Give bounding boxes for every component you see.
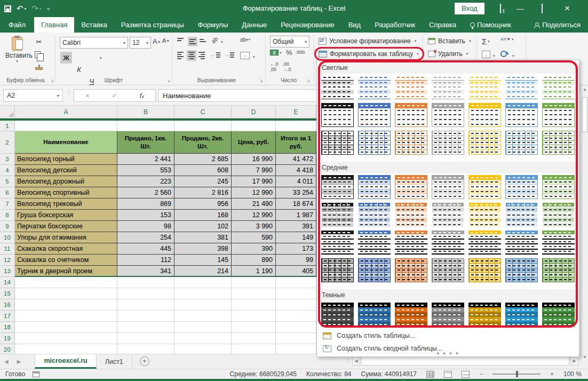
conditional-formatting-button[interactable]: Условное форматирование▾: [319, 37, 416, 45]
table-style-thumbnail[interactable]: [358, 75, 391, 99]
row-header-5[interactable]: 5: [0, 176, 15, 187]
table-style-thumbnail[interactable]: [321, 203, 354, 227]
table-style-thumbnail[interactable]: [395, 231, 427, 255]
table-style-thumbnail[interactable]: [395, 131, 427, 155]
table-style-thumbnail[interactable]: [505, 131, 538, 155]
cell-D1[interactable]: [232, 121, 276, 131]
cell-A12[interactable]: Скакалка со счетчиком: [15, 255, 117, 266]
row-header-17[interactable]: 17: [0, 311, 15, 322]
column-header-C[interactable]: C: [174, 106, 232, 118]
cell-C12[interactable]: 145: [174, 255, 232, 266]
create-table-style-item[interactable]: Создать стиль таблицы...: [317, 329, 578, 342]
cell-B9[interactable]: 98: [117, 221, 174, 232]
alignment-dialog-launcher-icon[interactable]: ↘: [259, 78, 264, 83]
cell-C10[interactable]: 381: [174, 232, 232, 243]
zoom-slider-thumb[interactable]: [516, 371, 518, 377]
table-style-thumbnail[interactable]: [358, 258, 391, 282]
cell-D5[interactable]: 17 990: [232, 176, 276, 187]
cell-E16[interactable]: [276, 299, 316, 311]
cell-E6[interactable]: 33 254: [276, 187, 316, 199]
normal-view-icon[interactable]: [426, 371, 434, 378]
table-style-thumbnail[interactable]: [542, 303, 575, 327]
cell-E11[interactable]: 173: [276, 243, 316, 255]
bold-button[interactable]: Ж: [60, 52, 72, 64]
cell-C18[interactable]: [174, 322, 232, 333]
table-style-thumbnail[interactable]: [505, 203, 538, 227]
align-center-icon[interactable]: [187, 50, 196, 61]
cell-A18[interactable]: [15, 322, 117, 333]
align-middle-icon[interactable]: [188, 37, 197, 46]
row-header-8[interactable]: 8: [0, 210, 15, 221]
cell-E13[interactable]: 405: [276, 266, 316, 277]
align-right-icon[interactable]: [198, 52, 205, 59]
merge-center-icon[interactable]: ⇔: [240, 52, 250, 59]
table-style-thumbnail[interactable]: [321, 175, 354, 199]
table-style-thumbnail[interactable]: [542, 131, 575, 155]
table-style-thumbnail[interactable]: [395, 75, 427, 99]
cell-E3[interactable]: 41 472: [276, 154, 316, 165]
fill-dropdown-icon[interactable]: ▾: [493, 54, 495, 58]
macro-record-icon[interactable]: [33, 371, 39, 377]
cell-A3[interactable]: Велосипед горный: [15, 154, 117, 165]
cell-C15[interactable]: [174, 288, 232, 299]
cell-A15[interactable]: [15, 288, 117, 299]
align-top-icon[interactable]: [177, 38, 184, 41]
cell-B13[interactable]: 341: [117, 266, 174, 277]
table-style-thumbnail[interactable]: [395, 258, 427, 282]
cell-D20[interactable]: [232, 344, 276, 354]
font-dialog-launcher-icon[interactable]: ↘: [166, 78, 171, 83]
tab-scroll-splitter[interactable]: ⋮: [346, 360, 351, 362]
cell-B12[interactable]: 112: [117, 255, 174, 266]
cell-D19[interactable]: [232, 333, 276, 344]
zoom-slider[interactable]: [492, 374, 541, 375]
row-header-2[interactable]: 2: [0, 131, 15, 154]
table-style-thumbnail[interactable]: [321, 258, 354, 282]
page-break-view-icon[interactable]: [462, 371, 470, 378]
cell-D8[interactable]: 12 990: [232, 210, 276, 221]
table-style-thumbnail[interactable]: [432, 103, 464, 127]
cell-A13[interactable]: Турник в дверной проем: [15, 266, 117, 277]
table-style-thumbnail[interactable]: [468, 175, 501, 199]
table-style-thumbnail[interactable]: [395, 175, 427, 199]
clipboard-dialog-launcher-icon[interactable]: ↘: [50, 78, 54, 83]
sheet-tab-list1[interactable]: Лист1: [97, 354, 132, 369]
cell-E2[interactable]: Итого за 1руб.: [276, 131, 316, 154]
cell-B8[interactable]: 153: [117, 210, 174, 221]
ribbon-tab-9[interactable]: Разработчик: [368, 17, 422, 33]
row-header-13[interactable]: 13: [0, 266, 15, 277]
table-style-thumbnail[interactable]: [321, 103, 354, 127]
merge-dropdown-icon[interactable]: ▾: [253, 55, 255, 59]
cell-E1[interactable]: [276, 121, 316, 131]
table-style-thumbnail[interactable]: [505, 303, 538, 327]
table-style-thumbnail[interactable]: [358, 231, 391, 255]
cell-C17[interactable]: [174, 311, 232, 322]
cell-A4[interactable]: Велосипед детский: [15, 165, 117, 176]
decrease-decimal-icon[interactable]: ,00→,0: [283, 61, 291, 72]
table-style-thumbnail[interactable]: [505, 175, 538, 199]
cell-A9[interactable]: Перчатки боксерские: [15, 221, 117, 232]
row-header-6[interactable]: 6: [0, 187, 15, 199]
table-style-thumbnail[interactable]: [505, 103, 538, 127]
maximize-button[interactable]: [533, 0, 551, 17]
sort-filter-icon[interactable]: АЯ▼▾: [500, 37, 514, 42]
table-style-thumbnail[interactable]: [542, 175, 575, 199]
decrease-indent-icon[interactable]: ←: [210, 52, 220, 58]
zoom-in-icon[interactable]: +: [550, 370, 554, 378]
row-header-9[interactable]: 9: [0, 221, 15, 232]
row-header-3[interactable]: 3: [0, 154, 15, 165]
gallery-resize-grip[interactable]: ● ● ● ●: [317, 351, 579, 356]
horizontal-scrollbar[interactable]: ⋮ ◀ ▶: [346, 356, 578, 366]
cell-C14[interactable]: [174, 277, 232, 288]
table-style-thumbnail[interactable]: [432, 175, 464, 199]
cell-C4[interactable]: 608: [174, 165, 232, 176]
table-style-thumbnail[interactable]: [321, 231, 354, 255]
new-sheet-icon[interactable]: +: [140, 356, 149, 366]
table-style-thumbnail[interactable]: [432, 75, 464, 99]
wrap-text-icon[interactable]: ab↩: [240, 37, 251, 43]
table-style-thumbnail[interactable]: [468, 131, 501, 155]
cell-B17[interactable]: [117, 311, 174, 322]
comma-style-icon[interactable]: 000: [297, 50, 305, 55]
table-style-thumbnail[interactable]: [358, 131, 391, 155]
table-style-thumbnail[interactable]: [358, 203, 391, 227]
find-dropdown-icon[interactable]: ▾: [512, 54, 514, 58]
